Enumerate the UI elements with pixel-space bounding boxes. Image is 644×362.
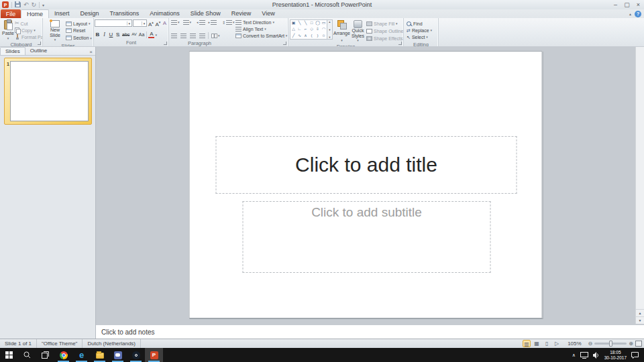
align-text-button[interactable]: Align Text▾ (235, 25, 287, 32)
slide-sorter-view-button[interactable]: ▦ (533, 340, 541, 347)
taskbar-edge-button[interactable]: e (72, 348, 91, 362)
reading-view-button[interactable]: ▯ (543, 340, 551, 347)
tab-transitions[interactable]: Transitions (105, 9, 145, 18)
tab-review[interactable]: Review (226, 9, 257, 18)
powerpoint-app-icon[interactable]: P (2, 1, 9, 8)
help-icon[interactable]: ? (635, 11, 641, 17)
shapes-gallery[interactable]: ▣╲╲□◯▭ △∟⌐◇⇩◠ ╱∿∧()☆ (290, 19, 327, 40)
new-slide-button[interactable]: New Slide ▾ (44, 19, 66, 43)
tab-animations[interactable]: Animations (144, 9, 185, 18)
taskbar-discord-button[interactable] (109, 348, 127, 362)
tab-outline[interactable]: Outline (25, 47, 52, 55)
underline-button[interactable]: U (108, 31, 114, 38)
next-slide-button[interactable]: ▼ (636, 316, 644, 324)
justify-button[interactable] (198, 33, 207, 39)
slide-show-button[interactable]: ▷ (553, 340, 561, 347)
text-direction-button[interactable]: Text Direction▾ (235, 19, 287, 25)
normal-view-button[interactable]: ▥ (523, 340, 531, 347)
italic-button[interactable]: I (101, 31, 107, 38)
shapes-gallery-scrollbar[interactable]: ▴▾▾ (327, 19, 333, 40)
change-case-button[interactable]: Aa (138, 31, 146, 38)
format-painter-button[interactable]: Format Painter (15, 34, 43, 40)
find-button[interactable]: Find (407, 20, 432, 27)
font-size-combo[interactable]: ▾ (133, 19, 147, 27)
text-shadow-button[interactable]: S (115, 31, 121, 38)
bullets-button[interactable]: ▾ (170, 19, 181, 25)
character-spacing-button[interactable]: AV (131, 31, 138, 38)
increase-indent-button[interactable]: ▸ (207, 19, 219, 25)
clipboard-dialog-launcher-icon[interactable] (38, 42, 41, 45)
restore-button[interactable]: ▢ (621, 1, 633, 9)
select-button[interactable]: ↖ Select▾ (407, 34, 432, 40)
font-dialog-launcher-icon[interactable] (164, 42, 167, 45)
convert-to-smartart-button[interactable]: Convert to SmartArt▾ (235, 32, 287, 39)
tab-insert[interactable]: Insert (49, 9, 75, 18)
slide-1-thumbnail[interactable]: 1 (4, 58, 92, 125)
previous-slide-button[interactable]: ▲ (636, 309, 644, 316)
volume-icon[interactable] (593, 349, 600, 361)
clear-formatting-button[interactable]: A (162, 19, 168, 27)
zoom-level[interactable]: 105% (563, 341, 586, 347)
taskbar-chrome-button[interactable] (54, 348, 72, 362)
taskbar-steam-button[interactable] (127, 348, 145, 362)
cut-button[interactable]: ✂ Cut (15, 20, 43, 27)
zoom-slider[interactable] (594, 343, 627, 345)
align-center-button[interactable] (179, 33, 188, 39)
undo-button[interactable]: ↶ (23, 1, 29, 8)
slide-editing-surface[interactable]: Click to add title Click to add subtitle (189, 51, 543, 318)
replace-button[interactable]: ⇄ Replace▾ (407, 27, 432, 34)
layout-button[interactable]: Layout ▾ (66, 20, 92, 27)
paste-button[interactable]: Paste ▾ (1, 19, 15, 42)
strikethrough-button[interactable]: abc (121, 31, 130, 38)
taskbar-powerpoint-button[interactable]: P (145, 348, 163, 362)
align-left-button[interactable] (170, 33, 178, 39)
vertical-scrollbar[interactable]: ▲ ▼ (635, 47, 644, 324)
tab-file[interactable]: File (1, 9, 21, 18)
zoom-out-button[interactable]: ⊖ (588, 341, 593, 347)
shape-outline-button[interactable]: Shape Outline▾ (366, 27, 404, 34)
drawing-dialog-launcher-icon[interactable] (398, 42, 402, 45)
zoom-slider-thumb[interactable] (609, 341, 612, 347)
font-color-button[interactable]: A (148, 31, 154, 38)
qat-customize-dropdown[interactable]: ▾ (42, 3, 44, 7)
start-button[interactable] (0, 348, 18, 362)
tab-slides-thumbnails[interactable]: Slides (0, 47, 25, 55)
taskbar-search-button[interactable] (18, 348, 36, 362)
tab-slide-show[interactable]: Slide Show (185, 9, 226, 18)
reset-button[interactable]: Reset (66, 27, 92, 34)
columns-button[interactable]: ▾ (210, 33, 221, 39)
task-view-button[interactable] (36, 348, 54, 362)
taskbar-clock[interactable]: 18:05 30-10-2017 (604, 350, 627, 360)
tab-design[interactable]: Design (75, 9, 105, 18)
redo-button[interactable]: ↻ (32, 1, 37, 8)
tab-view[interactable]: View (256, 9, 280, 18)
slide-counter[interactable]: Slide 1 of 1 (0, 339, 37, 348)
save-icon[interactable] (15, 1, 21, 9)
language-indicator[interactable]: Dutch (Netherlands) (83, 339, 141, 348)
arrange-button[interactable]: Arrange ▾ (333, 19, 351, 44)
shape-fill-button[interactable]: Shape Fill▾ (366, 20, 404, 27)
quick-styles-button[interactable]: Quick Styles ▾ (351, 19, 365, 44)
numbering-button[interactable]: ▾ (182, 19, 193, 25)
notes-pane[interactable]: Click to add notes (96, 324, 644, 339)
title-placeholder[interactable]: Click to add title (216, 136, 517, 194)
grow-font-button[interactable]: A▴ (148, 19, 154, 28)
shrink-font-button[interactable]: A▾ (154, 19, 161, 28)
theme-name[interactable]: "Office Theme" (37, 339, 83, 348)
copy-button[interactable]: Copy ▾ (15, 27, 43, 34)
tab-home[interactable]: Home (21, 9, 49, 18)
paragraph-dialog-launcher-icon[interactable] (283, 42, 286, 45)
subtitle-placeholder[interactable]: Click to add subtitle (243, 201, 491, 273)
minimize-button[interactable]: – (610, 1, 621, 9)
action-center-icon[interactable] (631, 349, 639, 361)
close-button[interactable]: × (633, 1, 644, 9)
show-hidden-icons-chevron[interactable]: ∧ (572, 353, 576, 358)
decrease-indent-button[interactable]: ◂ (195, 19, 207, 25)
zoom-in-button[interactable]: ⊕ (629, 341, 633, 347)
taskbar-file-explorer-button[interactable] (91, 348, 109, 362)
network-icon[interactable] (580, 349, 588, 361)
minimize-ribbon-icon[interactable]: ▴ (629, 11, 631, 16)
fit-slide-to-window-button[interactable] (635, 341, 642, 347)
font-name-combo[interactable]: ▾ (95, 19, 132, 27)
close-panel-icon[interactable]: × (89, 49, 95, 55)
